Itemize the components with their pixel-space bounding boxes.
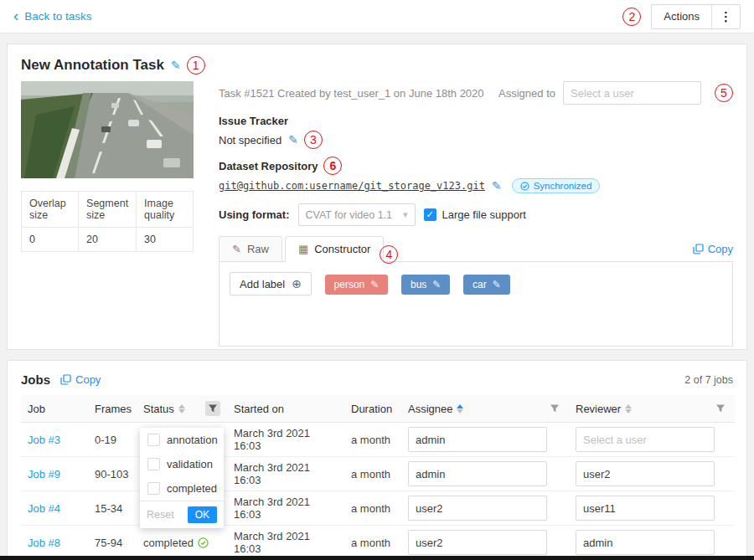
sort-icon[interactable] [178,404,185,414]
synchronized-label: Synchronized [534,181,592,191]
copy-labels-label: Copy [708,243,733,255]
label-chip-person[interactable]: person ✎ [325,275,389,295]
status-filter-icon[interactable] [205,401,220,416]
frames-cell: 15-34 [88,491,137,526]
param-value-overlap: 0 [22,228,79,252]
validation-checkbox[interactable] [147,458,160,470]
dataset-repository-link[interactable]: git@github.com:username/git_storage_v123… [219,180,485,192]
edit-issue-tracker-icon[interactable]: ✎ [288,133,298,146]
grid-icon: ▦ [298,243,308,255]
assignee-input[interactable] [408,461,547,486]
back-label: Back to tasks [24,10,91,23]
job-link[interactable]: Job #4 [28,502,60,515]
plus-circle-icon: ⊕ [292,277,302,290]
jobs-count: 2 of 7 jobs [684,374,733,386]
column-header-status[interactable]: Status [137,395,227,423]
job-link[interactable]: Job #3 [28,434,60,446]
started-cell: March 3rd 2021 16:03 [227,457,344,491]
copy-labels-link[interactable]: Copy [693,243,733,255]
tab-constructor-label: Constructor [314,243,370,255]
topbar: ‹ Back to tasks 2 Actions ⋮ [0,0,754,33]
filter-option-completed[interactable]: completed [140,476,224,501]
started-cell: March 3rd 2021 16:03 [227,491,344,526]
job-cell: Job #8 [21,526,88,560]
column-header-assignee[interactable]: Assignee [401,395,569,423]
status-header-label: Status [143,403,174,415]
copy-jobs-link[interactable]: Copy [60,373,101,386]
synchronized-badge: Synchronized [512,178,601,193]
large-file-support-checkbox[interactable]: ✓ [424,208,436,221]
sort-icon[interactable] [625,404,632,414]
more-icon[interactable]: ⋮ [712,5,740,28]
table-row: Job #3 0-19 March 3rd 2021 16:03 a month [21,423,735,457]
edit-label-icon[interactable]: ✎ [370,279,379,290]
jobs-title: Jobs [21,372,50,387]
label-chip-bus[interactable]: bus ✎ [401,275,450,295]
tab-raw[interactable]: ✎ Raw [219,236,282,261]
frames-cell: 75-94 [88,526,137,560]
assignee-filter-icon[interactable] [547,401,562,416]
filter-option-validation[interactable]: validation [140,452,224,476]
task-preview-image [21,81,194,178]
table-row: Job #4 15-34 March 3rd 2021 16:03 a mont… [21,491,735,526]
job-link[interactable]: Job #9 [28,468,60,480]
label-chip-text: car [473,279,487,290]
edit-label-icon[interactable]: ✎ [432,279,441,290]
table-row: Job #8 75-94 completed March 3rd 2021 16… [21,526,735,560]
job-cell: Job #9 [21,457,88,491]
reviewer-filter-icon[interactable] [713,401,728,416]
actions-button[interactable]: Actions ⋮ [651,4,741,29]
task-assignee-select[interactable] [563,81,701,105]
edit-repository-icon[interactable]: ✎ [492,179,502,193]
sort-icon[interactable] [457,404,463,414]
param-header-overlap: Overlap size [22,192,79,228]
road-scene-illustration [21,81,194,178]
format-select[interactable]: CVAT for video 1.1 ▾ [298,203,416,226]
jobs-table: Job Frames Status Started on Duration [21,395,735,560]
assignee-cell [401,457,569,491]
assignee-input[interactable] [408,427,547,452]
filter-option-annotation[interactable]: annotation [140,428,224,452]
tab-raw-label: Raw [247,243,269,255]
back-chevron-icon: ‹ [13,8,18,23]
add-label-text: Add label [240,278,285,290]
pencil-icon: ✎ [232,243,241,255]
status-text: completed [143,537,194,549]
reviewer-input[interactable] [576,461,715,486]
format-select-value: CVAT for video 1.1 [306,209,393,221]
job-cell: Job #4 [21,491,88,526]
reviewer-input[interactable] [576,427,715,452]
annotation-6: 6 [323,157,342,175]
label-editor-tabs: ✎ Raw ▦ Constructor 4 Copy [219,236,733,261]
assignee-input[interactable] [408,530,547,555]
started-cell: March 3rd 2021 16:03 [227,526,344,560]
annotation-checkbox[interactable] [147,434,160,446]
reviewer-input[interactable] [576,530,715,555]
label-chip-text: person [334,279,365,290]
reviewer-cell [569,491,735,526]
label-chip-car[interactable]: car ✎ [463,275,510,295]
assignee-input[interactable] [408,496,547,521]
annotation-1: 1 [187,56,205,74]
frames-cell: 90-103 [88,457,137,491]
edit-title-icon[interactable]: ✎ [171,59,181,72]
issue-tracker-value: Not specified [219,134,281,146]
back-to-tasks-link[interactable]: ‹ Back to tasks [13,8,92,24]
task-title: New Annotation Task [21,57,164,74]
duration-cell: a month [344,423,401,457]
filter-reset-link[interactable]: Reset [147,509,174,521]
large-file-support-label: Large file support [442,208,526,221]
reviewer-input[interactable] [576,496,715,521]
annotation-5: 5 [715,84,733,102]
copy-icon [693,244,704,254]
job-link[interactable]: Job #8 [28,537,60,549]
edit-label-icon[interactable]: ✎ [493,279,501,290]
filter-ok-button[interactable]: OK [188,506,217,523]
jobs-card: Jobs Copy 2 of 7 jobs Job Frames Status [7,360,747,560]
column-header-reviewer[interactable]: Reviewer [569,395,735,423]
tab-constructor[interactable]: ▦ Constructor [285,236,385,262]
completed-checkbox[interactable] [147,482,160,495]
dataset-repository-label: Dataset Repository [219,160,318,172]
copy-jobs-label: Copy [75,373,101,386]
add-label-button[interactable]: Add label ⊕ [230,272,312,295]
